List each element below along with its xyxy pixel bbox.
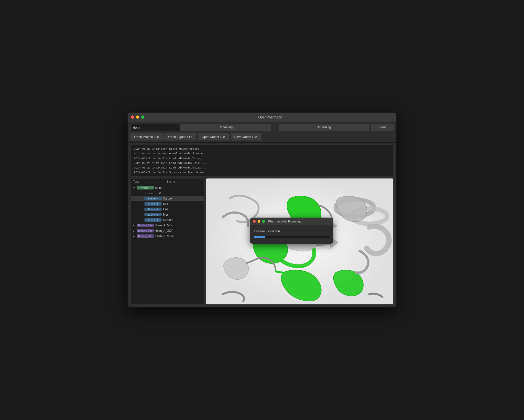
tree-item-name: 6oim_A_MG [155,224,172,227]
tree-item-name: Cartoon [163,197,174,200]
tree-type-badge: Element [144,202,162,206]
pharmaco-body: Feature Extraction... [250,225,333,244]
log-area: 2024-05-29 14:24:46> Start OpenPharmaco2… [131,145,393,176]
tree-item-name: 6oim [155,186,162,189]
dialog-minimize-light[interactable] [258,220,260,223]
open-protein-button[interactable]: Open Protein File [131,133,163,140]
tree-item-name: Stick [163,202,169,206]
viewer-panel: PharmacoNet Running... Feature Extractio… [206,178,393,304]
log-line: 2024-05-29 14:24:50> Download 6oim from … [134,151,390,156]
tree-expand-icon[interactable]: ▼ [133,187,136,189]
minimize-button[interactable] [136,116,139,119]
tree-row[interactable]: ▼Protein6oim [131,185,204,190]
tree-expand-icon[interactable]: ▶ [133,235,136,238]
tree-row[interactable]: ElementLine [131,207,204,212]
pharmaco-title: PharmacoNet Running... [268,220,303,223]
tree-type-badge: Binding Site [137,224,154,227]
tree-panel: Type Name ▼Protein6oimChainAElementCarto… [131,178,204,304]
main-window: OpenPharmaco Modeling Screening Clear Op… [128,113,396,307]
tree-row[interactable]: ElementMesh [131,212,204,217]
tree-row[interactable]: ▶Binding Site6oim_A_MOV [131,233,204,239]
log-line: 2024-05-29 14:24:51> Success to load 6oi… [134,170,390,174]
log-line: 2024-05-29 14:24:51> Load pdb/6oim/6oim_… [134,156,390,160]
tree-row[interactable]: ▶Binding Site6oim_A_GDP [131,228,204,233]
tree-row[interactable]: ▶Binding Site6oim_A_MG [131,223,204,228]
close-button[interactable] [131,116,134,119]
tree-type-badge: Chain [141,191,158,195]
log-line: 2024-05-29 14:24:51> Load pdb/6oim/6oim_… [134,161,390,165]
tree-type-badge: Element [144,197,162,200]
tree-type-badge: Element [144,213,162,216]
tree-items: ▼Protein6oimChainAElementCartoonElementS… [131,185,204,239]
modeling-tab[interactable]: Modeling [181,124,271,131]
tree-expand-icon[interactable]: ▶ [133,224,136,227]
tree-row[interactable]: ElementStick [131,201,204,207]
pharmaco-feature-label: Feature Extraction... [254,229,329,233]
open-model-button[interactable]: Open Model File [198,133,229,140]
maximize-button[interactable] [141,116,144,119]
tree-col-type: Type [133,180,167,183]
screening-tab[interactable]: Screening [279,124,369,131]
log-line: 2024-05-29 14:24:46> Start OpenPharmaco [134,147,390,151]
log-line: 2024-05-29 14:25:28> Run Protein-based P… [134,175,390,177]
dialog-close-light[interactable] [253,220,256,223]
tree-type-badge: Binding Site [137,234,154,238]
tree-row[interactable]: ChainA [131,190,204,196]
tree-item-name: 6oim_A_GDP [155,229,173,232]
traffic-lights [131,116,144,119]
title-bar: OpenPharmaco [128,113,396,122]
open-ligand-button[interactable]: Open Ligand File [164,133,196,140]
tree-expand-icon[interactable]: ▶ [133,230,136,232]
tree-type-badge: Element [144,208,162,211]
tree-item-name: Mesh [163,213,170,216]
toolbar: Modeling Screening Clear Open Protein Fi… [128,122,396,143]
tree-col-name: Name [167,180,201,183]
tree-item-name: A [159,191,161,195]
dialog-maximize-light[interactable] [262,220,265,223]
toolbar-row-1: Modeling Screening Clear [131,124,393,131]
progress-bar-fill [254,236,265,238]
toolbar-row-2: Open Protein File Open Ligand File Open … [131,133,393,140]
clear-button[interactable]: Clear [371,124,393,131]
save-model-button[interactable]: Save Model File [231,133,261,140]
tree-type-badge: Protein [137,186,154,189]
pharmaco-titlebar: PharmacoNet Running... [250,218,333,225]
tree-item-name: Surface [163,218,173,222]
progress-bar-background [254,236,329,238]
tree-header: Type Name [131,178,204,185]
main-area: Type Name ▼Protein6oimChainAElementCarto… [131,178,393,304]
tree-row[interactable]: ElementCartoon [131,196,204,201]
file-input[interactable] [131,124,179,131]
tree-item-name: 6oim_A_MOV [155,234,174,238]
log-line: 2024-05-29 14:24:51> Load pdb/6oim/6oim_… [134,166,390,170]
tree-type-badge: Element [144,218,162,222]
tree-item-name: Line [163,208,169,211]
tree-row[interactable]: ElementSurface [131,217,204,223]
window-title: OpenPharmaco [147,115,393,119]
tree-type-badge: Binding Site [137,229,154,232]
pharmaco-dialog: PharmacoNet Running... Feature Extractio… [250,218,333,244]
